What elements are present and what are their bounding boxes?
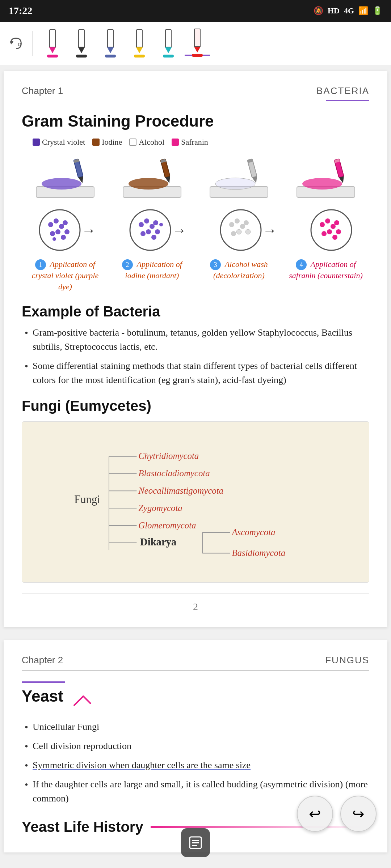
svg-point-3 (42, 178, 81, 190)
yeast-decoration (71, 691, 100, 709)
gram-legend: Crystal violet Iodine Alcohol Safranin (33, 137, 208, 147)
undo-float-button[interactable]: ↩ (297, 796, 333, 832)
svg-point-8 (129, 178, 168, 190)
chapter-topic-2: FUNGUS (325, 655, 369, 666)
svg-point-47 (244, 220, 249, 225)
svg-point-23 (48, 222, 53, 227)
bacteria-example-title: Example of Bacteria (22, 303, 369, 320)
svg-point-52 (325, 218, 330, 224)
bacteria-circle-2 (129, 208, 172, 252)
arrow-2: → (172, 222, 186, 239)
page-chip-icon (188, 835, 203, 850)
legend-iodine: Iodine (92, 137, 122, 147)
svg-text:Blastocladiomycota: Blastocladiomycota (138, 468, 210, 478)
yeast-bullet-list: Unicellular Fungi Cell division reproduc… (22, 720, 369, 805)
svg-point-25 (59, 224, 64, 229)
pen-red-tool[interactable] (185, 31, 210, 56)
gram-step-2 (112, 158, 192, 205)
gram-step-1 (25, 158, 105, 205)
svg-point-46 (236, 229, 241, 234)
undo-float-icon: ↩ (309, 805, 321, 822)
yeast-bullet-3: Symmetric division when daughter cells a… (22, 758, 369, 772)
undo-button[interactable]: D (7, 31, 33, 56)
legend-dot-purple (33, 139, 40, 146)
svg-point-50 (311, 210, 352, 250)
pen-blue-tool[interactable] (98, 31, 123, 56)
legend-label-3: Alcohol (139, 137, 164, 147)
svg-text:Glomeromycota: Glomeromycota (138, 520, 196, 530)
svg-point-56 (336, 229, 341, 234)
step-label-4: 4 Application of safranin (counterstain) (288, 259, 364, 281)
step-label-2: 2 Application of iodine (mordant) (114, 259, 190, 281)
time: 17:22 (9, 5, 32, 17)
svg-point-34 (144, 218, 149, 224)
legend-dot-brown (92, 139, 100, 146)
legend-label-1: Crystal violet (42, 137, 85, 147)
floating-buttons: ↩ ↪ (297, 796, 377, 832)
svg-point-29 (50, 231, 55, 236)
network-icon: 4G (344, 6, 354, 16)
svg-point-54 (327, 229, 332, 234)
svg-point-40 (151, 235, 156, 240)
yeast-life-history-title: Yeast Life History (22, 819, 143, 835)
legend-alcohol: Alcohol (129, 137, 164, 147)
svg-point-33 (139, 222, 144, 227)
legend-label-4: Safranin (181, 137, 208, 147)
step-num-3: 3 (210, 259, 221, 270)
mute-icon: 🔕 (314, 6, 323, 16)
bacteria-circle-3 (219, 208, 262, 252)
svg-point-18 (302, 178, 342, 190)
chapter-header-1: Chapter 1 BACTERIA (22, 85, 369, 101)
yeast-bullet-3-underlined: Symmetric division when daughter cells a… (33, 760, 251, 770)
svg-point-49 (231, 231, 236, 236)
svg-point-38 (155, 229, 160, 234)
fungi-title: Fungi (Eumycetes) (22, 398, 369, 414)
page-chip-button[interactable] (181, 828, 210, 857)
svg-point-55 (334, 220, 339, 225)
redo-float-icon: ↪ (352, 805, 365, 822)
signal-icon: 📶 (358, 6, 368, 16)
legend-crystal-violet: Crystal violet (33, 137, 85, 147)
svg-point-35 (150, 224, 155, 229)
redo-float-button[interactable]: ↪ (340, 796, 377, 832)
svg-text:Fungi: Fungi (74, 493, 100, 505)
gram-slides-row (22, 158, 369, 205)
chapter-header-2: Chapter 2 FUNGUS (22, 655, 369, 671)
svg-point-22 (39, 210, 80, 250)
yeast-bullet-1: Unicellular Fungi (22, 720, 369, 734)
yeast-bullet-2: Cell division reproduction (22, 739, 369, 753)
status-bar: 17:22 🔕 HD 4G 📶 🔋 (0, 0, 391, 22)
svg-text:Chytridiomycota: Chytridiomycota (138, 451, 199, 461)
svg-text:Zygomycota: Zygomycota (138, 503, 182, 512)
arrow-1: → (81, 222, 96, 239)
step-text-3: Alcohol wash (decolorization) (213, 260, 268, 280)
step-num-2: 2 (122, 259, 133, 270)
svg-point-39 (140, 231, 146, 236)
pen-pink-tool[interactable] (40, 31, 65, 56)
bacteria-circle-4 (310, 208, 353, 252)
svg-text:D: D (18, 41, 21, 47)
pen-yellow-tool[interactable] (127, 31, 152, 56)
svg-rect-82 (192, 842, 199, 843)
svg-text:Neocallimastigomycota: Neocallimastigomycota (138, 486, 223, 495)
gram-step-3 (199, 158, 279, 205)
pen-teal-tool[interactable] (156, 31, 181, 56)
gram-step-4 (286, 158, 366, 205)
svg-point-13 (215, 178, 255, 190)
svg-point-28 (64, 229, 70, 234)
battery-icon: 🔋 (373, 6, 382, 16)
step-num-1: 1 (35, 259, 46, 270)
legend-dot-pink (172, 139, 179, 146)
pen-dark-tool[interactable] (69, 31, 94, 56)
hd-label: HD (328, 6, 340, 16)
svg-point-32 (130, 210, 171, 250)
svg-point-44 (235, 218, 240, 224)
drawing-toolbar: D (0, 22, 391, 65)
status-icons: 🔕 HD 4G 📶 🔋 (314, 6, 382, 16)
arrow-3: → (262, 222, 277, 239)
svg-point-31 (52, 237, 56, 241)
svg-point-27 (63, 220, 68, 225)
legend-label-2: Iodine (102, 137, 122, 147)
svg-text:Dikarya: Dikarya (140, 536, 176, 548)
gram-step-labels: 1 Application of crystal violet (purple … (22, 259, 369, 293)
